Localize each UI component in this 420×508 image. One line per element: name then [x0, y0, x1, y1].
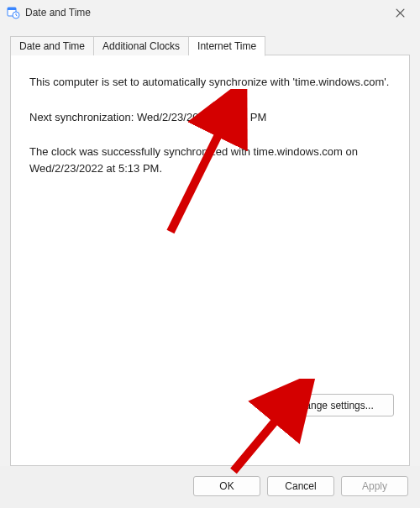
tabs-container: Date and Time Additional Clocks Internet… — [0, 25, 420, 466]
close-icon — [396, 8, 405, 18]
shield-icon — [277, 398, 289, 412]
tabs-row: Date and Time Additional Clocks Internet… — [10, 35, 410, 55]
change-settings-row: Change settings... — [29, 394, 394, 416]
next-sync-text: Next synchronization: Wed/2/23/2022 at 7… — [29, 109, 394, 126]
titlebar: Date and Time — [0, 0, 420, 25]
change-settings-button[interactable]: Change settings... — [268, 394, 394, 416]
svg-rect-1 — [8, 8, 16, 10]
cancel-button[interactable]: Cancel — [267, 476, 334, 496]
change-settings-label: Change settings... — [292, 400, 374, 411]
calendar-clock-icon — [7, 6, 20, 19]
window-title: Date and Time — [25, 7, 383, 18]
tab-date-and-time[interactable]: Date and Time — [10, 36, 94, 55]
date-time-dialog: Date and Time Date and Time Additional C… — [0, 0, 420, 508]
last-sync-text: The clock was successfully synchronized … — [29, 144, 394, 176]
apply-button[interactable]: Apply — [341, 476, 408, 496]
ok-button[interactable]: OK — [193, 476, 260, 496]
sync-intro-text: This computer is set to automatically sy… — [29, 74, 394, 91]
internet-time-panel: This computer is set to automatically sy… — [10, 55, 410, 466]
dialog-footer: OK Cancel Apply — [0, 466, 420, 508]
tab-internet-time[interactable]: Internet Time — [189, 36, 265, 56]
close-button[interactable] — [383, 3, 417, 23]
tab-additional-clocks[interactable]: Additional Clocks — [94, 36, 189, 55]
